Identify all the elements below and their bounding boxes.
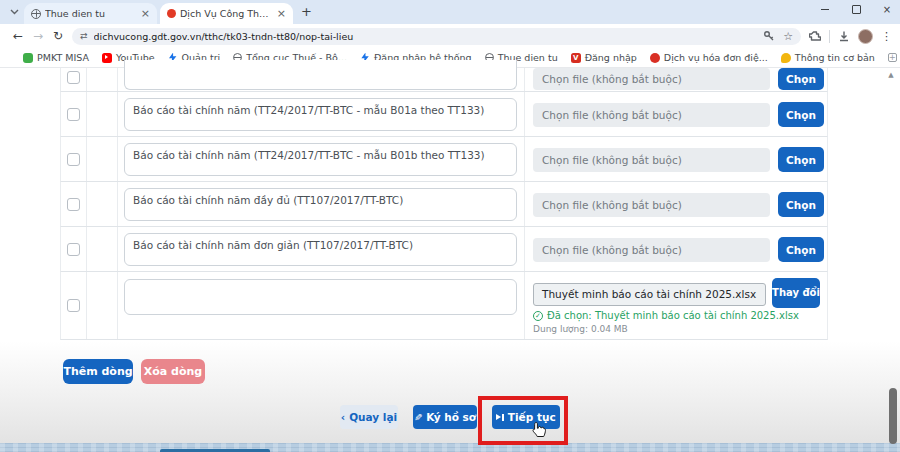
row-number	[87, 92, 118, 136]
red-circle-icon	[650, 53, 660, 63]
description-cell: Báo cáo tài chính năm đơn giản (TT107/20…	[118, 227, 525, 271]
plus-doc-icon: +	[888, 53, 897, 62]
youtube-icon	[102, 53, 112, 63]
maximize-icon[interactable]	[849, 2, 863, 16]
file-input[interactable]: Chọn file (không bắt buộc)	[533, 238, 770, 262]
description-cell: Báo cáo tài chính năm (TT24/2017/TT-BTC …	[118, 92, 525, 136]
browser-menu-icon[interactable]: ⋮	[881, 30, 892, 43]
bookmark-item[interactable]: PMKT MISA	[23, 52, 89, 63]
back-icon[interactable]: ←	[8, 26, 28, 46]
v-app-icon: V	[571, 53, 581, 63]
new-tab-button[interactable]: +	[301, 4, 312, 19]
row-checkbox[interactable]	[67, 299, 80, 312]
bookmark-item[interactable]: Dịch vụ hóa đơn điệ...	[650, 52, 768, 63]
add-row-button[interactable]: Thêm dòng	[63, 359, 133, 384]
page-content: Chọn file (không bắt buộc) Chọn ✓ Báo cá…	[0, 68, 900, 452]
reload-icon[interactable]: ↻	[48, 26, 68, 46]
pencil-icon: ✎	[414, 412, 422, 423]
chevron-left-icon: ‹	[341, 411, 345, 423]
sign-dossier-button[interactable]: ✎Ký hồ sơ	[413, 405, 477, 429]
change-file-button[interactable]: Thay đổi	[772, 278, 820, 308]
row-checkbox[interactable]	[67, 243, 80, 256]
table-row: Báo cáo tài chính năm đầy đủ (TT107/2017…	[60, 182, 828, 227]
minimize-icon[interactable]	[818, 2, 832, 16]
back-button[interactable]: ‹Quay lại	[340, 405, 398, 429]
file-selected-note: ✓ Đã chọn: Thuyết minh báo cáo tài chính…	[533, 310, 799, 321]
yellow-badge-icon	[781, 53, 791, 63]
checkbox-cell	[61, 92, 87, 136]
address-bar[interactable]: ⇄ dichvucong.gdt.gov.vn/tthc/tk03-tndn-t…	[72, 28, 801, 45]
profile-avatar[interactable]	[858, 29, 873, 44]
form-actions: ‹Quay lại ✎Ký hồ sơ Tiếp tục	[0, 405, 900, 429]
selected-file-input[interactable]: Thuyết minh báo cáo tài chính 2025.xlsx	[533, 283, 766, 306]
browser-window: Thue dien tu × Dịch Vụ Công Thuế Nhà Nướ…	[0, 0, 900, 452]
close-tab-icon[interactable]: ×	[141, 9, 150, 19]
choose-file-button[interactable]: Chọn	[778, 102, 824, 127]
scrollbar-thumb[interactable]	[889, 388, 897, 444]
row-checkbox[interactable]	[67, 153, 80, 166]
table-footer-area: Thêm dòng Xóa dòng ‹Quay lại ✎Ký hồ sơ T…	[0, 341, 900, 443]
description-cell: Báo cáo tài chính năm (TT24/2017/TT-BTC …	[118, 137, 525, 181]
misa-icon	[23, 53, 33, 63]
document-name-input[interactable]	[124, 60, 517, 90]
close-tab-icon[interactable]: ×	[277, 9, 286, 19]
browser-toolbar: ← → ↻ ⇄ dichvucong.gdt.gov.vn/tthc/tk03-…	[0, 24, 900, 48]
tab-strip: Thue dien tu × Dịch Vụ Công Thuế Nhà Nướ…	[0, 0, 900, 24]
file-cell: Chọn file (không bắt buộc) Chọn ✓	[525, 227, 829, 271]
file-input[interactable]: Chọn file (không bắt buộc)	[533, 103, 770, 127]
file-size-label: Dung lượng: 0.04 MB	[533, 324, 628, 334]
forward-icon[interactable]: →	[28, 26, 48, 46]
file-cell: Chọn file (không bắt buộc) Chọn ✓	[525, 68, 829, 91]
downloads-icon[interactable]	[838, 30, 850, 42]
table-row: Báo cáo tài chính năm (TT24/2017/TT-BTC …	[60, 137, 828, 182]
document-name-input[interactable]: Báo cáo tài chính năm (TT24/2017/TT-BTC …	[124, 143, 517, 176]
description-cell: Báo cáo tài chính năm đầy đủ (TT107/2017…	[118, 182, 525, 226]
choose-file-button[interactable]: Chọn	[778, 192, 824, 217]
url-text: dichvucong.gdt.gov.vn/tthc/tk03-tndn-tt8…	[94, 31, 764, 42]
row-checkbox[interactable]	[67, 71, 80, 84]
file-input[interactable]: Chọn file (không bắt buộc)	[533, 68, 770, 90]
table-row: Báo cáo tài chính năm đơn giản (TT107/20…	[60, 227, 828, 272]
choose-file-button[interactable]: Chọn	[778, 147, 824, 172]
extensions-icon[interactable]	[809, 30, 821, 42]
bookmark-item[interactable]: + Tra cứu hoá đơn điệ...	[888, 52, 900, 63]
tab-dich-vu-cong[interactable]: Dịch Vụ Công Thuế Nhà Nước ×	[160, 3, 293, 24]
row-checkbox[interactable]	[67, 108, 80, 121]
bookmark-star-icon[interactable]: ☆	[783, 30, 793, 43]
site-info-icon[interactable]: ⇄	[80, 31, 88, 41]
tab-label: Thue dien tu	[45, 8, 137, 19]
globe-icon	[31, 9, 41, 19]
choose-file-button[interactable]: Chọn	[778, 68, 824, 90]
document-name-input[interactable]	[124, 279, 517, 315]
continue-button[interactable]: Tiếp tục	[492, 405, 560, 429]
checkbox-cell	[61, 272, 87, 339]
file-cell: Chọn file (không bắt buộc) Chọn ✓	[525, 137, 829, 181]
row-number	[87, 272, 118, 339]
password-key-icon[interactable]	[763, 30, 775, 42]
table-row: Chọn file (không bắt buộc) Chọn ✓	[60, 68, 828, 92]
delete-row-button[interactable]: Xóa dòng	[141, 359, 205, 384]
checkbox-cell	[61, 182, 87, 226]
mouse-cursor	[531, 421, 546, 443]
row-number	[87, 182, 118, 226]
document-name-input[interactable]: Báo cáo tài chính năm đầy đủ (TT107/2017…	[124, 188, 517, 221]
close-window-icon[interactable]: ×	[880, 2, 894, 16]
row-number	[87, 68, 118, 91]
file-cell: Chọn file (không bắt buộc) Chọn ✓	[525, 92, 829, 136]
tab-search-icon[interactable]	[7, 5, 21, 19]
row-checkbox[interactable]	[67, 198, 80, 211]
bookmark-item[interactable]: Thông tin cơ bản	[781, 52, 875, 63]
document-name-input[interactable]: Báo cáo tài chính năm đơn giản (TT107/20…	[124, 233, 517, 266]
file-cell: Chọn file (không bắt buộc) Chọn ✓	[525, 182, 829, 226]
document-name-input[interactable]: Báo cáo tài chính năm (TT24/2017/TT-BTC …	[124, 98, 517, 131]
description-cell	[118, 272, 525, 339]
site-footer-strip	[0, 443, 900, 452]
bookmark-item[interactable]: V Đăng nhập	[571, 52, 637, 63]
choose-file-button[interactable]: Chọn	[778, 237, 824, 262]
file-input[interactable]: Chọn file (không bắt buộc)	[533, 193, 770, 217]
scroll-up-icon[interactable]: ▲	[886, 70, 896, 80]
checkbox-cell	[61, 227, 87, 271]
tab-thue-dien-tu[interactable]: Thue dien tu ×	[24, 3, 157, 24]
file-input[interactable]: Chọn file (không bắt buộc)	[533, 148, 770, 172]
tab-label: Dịch Vụ Công Thuế Nhà Nước	[180, 8, 273, 19]
